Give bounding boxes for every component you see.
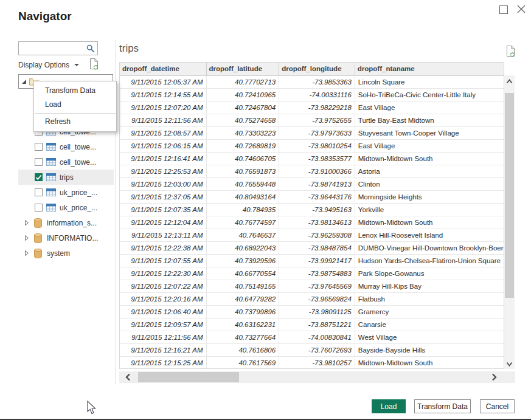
table-row: 9/11/2015 12:11:56 AM40.73277664-74.0083… bbox=[120, 331, 504, 344]
column-header[interactable]: dropoff_datetime bbox=[120, 63, 207, 75]
expanded-caret-icon[interactable] bbox=[22, 80, 26, 84]
cell-dropoff_ntaname: East Village bbox=[355, 140, 504, 152]
cell-dropoff_ntaname: SoHo-TriBeCa-Civic Center-Little Italy bbox=[355, 89, 504, 101]
tree-item-cell-towers-2[interactable]: cell_towe... bbox=[18, 139, 114, 154]
tree-item-information-schema[interactable]: information_s... bbox=[18, 215, 114, 230]
cell-dropoff_longitude: -73.99921417 bbox=[279, 255, 355, 267]
collapsed-caret-icon[interactable] bbox=[24, 250, 29, 256]
table-row: 9/11/2015 12:06:40 AM40.73799896-73.9809… bbox=[120, 306, 504, 318]
cell-dropoff_latitude: 40.7616806 bbox=[207, 344, 280, 356]
menu-separator bbox=[35, 113, 116, 114]
cell-dropoff_datetime: 9/11/2015 12:22:30 AM bbox=[120, 267, 207, 280]
display-options-dropdown[interactable]: Display Options bbox=[18, 60, 100, 71]
cell-dropoff_datetime: 9/11/2015 12:16:41 AM bbox=[120, 153, 207, 165]
cell-dropoff_latitude: 40.75149155 bbox=[207, 280, 280, 292]
scroll-down-icon[interactable] bbox=[506, 362, 513, 367]
collapsed-caret-icon[interactable] bbox=[24, 235, 29, 241]
column-header[interactable]: dropoff_ntaname bbox=[355, 63, 504, 75]
cell-dropoff_datetime: 9/11/2015 12:22:38 AM bbox=[120, 242, 207, 254]
cell-dropoff_longitude: -73.97973633 bbox=[279, 127, 355, 139]
table-row: 9/11/2015 12:09:57 AM40.63162231-73.8875… bbox=[120, 318, 504, 331]
collapsed-caret-icon[interactable] bbox=[24, 219, 29, 226]
cell-dropoff_longitude: -73.9853363 bbox=[279, 76, 355, 88]
tree-item-information-schema-upper[interactable]: INFORMATIO... bbox=[18, 230, 114, 246]
column-header[interactable]: dropoff_longitude bbox=[279, 63, 355, 75]
table-icon bbox=[46, 173, 56, 181]
cell-dropoff_latitude: 40.64779282 bbox=[207, 293, 280, 305]
cell-dropoff_longitude: -73.76072693 bbox=[279, 344, 355, 356]
cell-dropoff_ntaname: Murray Hill-Kips Bay bbox=[355, 280, 504, 292]
cell-dropoff_longitude: -73.96259308 bbox=[279, 229, 355, 241]
table-row: 9/11/2015 12:37:05 AM40.80493164-73.9644… bbox=[120, 191, 504, 204]
vertical-scrollbar[interactable] bbox=[504, 75, 515, 369]
cell-dropoff_latitude: 40.80493164 bbox=[207, 191, 280, 203]
navigation-tree: cell_towe... cell_towe... bbox=[18, 124, 114, 261]
cell-dropoff_datetime: 9/11/2015 12:20:16 AM bbox=[120, 293, 207, 305]
horizontal-scrollbar-thumb[interactable] bbox=[138, 372, 239, 382]
mouse-cursor bbox=[87, 401, 97, 415]
cell-dropoff_datetime: 9/11/2015 12:15:25 AM bbox=[120, 357, 207, 369]
cell-dropoff_datetime: 9/11/2015 12:05:37 AM bbox=[120, 76, 207, 88]
cell-dropoff_longitude: -73.97645569 bbox=[279, 280, 355, 292]
horizontal-scrollbar[interactable] bbox=[119, 371, 515, 383]
cell-dropoff_latitude: 40.73277664 bbox=[207, 331, 280, 343]
vertical-scrollbar-thumb[interactable] bbox=[505, 93, 514, 298]
scroll-up-icon[interactable] bbox=[506, 79, 513, 84]
tree-item-label: INFORMATIO... bbox=[47, 234, 98, 243]
cell-dropoff_longitude: -73.98754883 bbox=[279, 267, 355, 280]
menu-item-load[interactable]: Load bbox=[34, 98, 116, 112]
cell-dropoff_ntaname: Lenox Hill-Roosevelt Island bbox=[355, 229, 504, 241]
cell-dropoff_ntaname: DUMBO-Vinegar Hill-Downtown Brooklyn-Boe… bbox=[355, 242, 504, 254]
table-icon bbox=[46, 143, 56, 151]
table-row: 9/11/2015 12:07:20 AM40.72467804-73.9822… bbox=[120, 102, 504, 114]
cell-dropoff_datetime: 9/11/2015 12:11:56 AM bbox=[120, 331, 207, 343]
scroll-left-icon[interactable] bbox=[125, 373, 131, 381]
table-checkbox[interactable] bbox=[35, 204, 43, 212]
cell-dropoff_ntaname: Clinton bbox=[355, 178, 504, 190]
column-header[interactable]: dropoff_latitude bbox=[207, 63, 280, 75]
refresh-preview-icon[interactable] bbox=[89, 58, 99, 72]
cell-dropoff_longitude: -73.98134613 bbox=[279, 216, 355, 229]
maximize-button[interactable] bbox=[499, 5, 508, 14]
menu-item-transform-data[interactable]: Transform Data bbox=[34, 84, 116, 98]
table-checkbox[interactable] bbox=[35, 143, 43, 151]
cell-dropoff_latitude: 40.75274658 bbox=[207, 114, 280, 126]
tree-item-system[interactable]: system bbox=[18, 246, 114, 261]
cell-dropoff_datetime: 9/11/2015 12:37:05 AM bbox=[120, 191, 207, 203]
tree-item-trips[interactable]: trips bbox=[18, 170, 114, 185]
menu-item-refresh[interactable]: Refresh bbox=[34, 115, 116, 129]
tree-item-uk-price-2[interactable]: uk_price_... bbox=[18, 200, 114, 215]
tree-item-label: information_s... bbox=[47, 219, 97, 227]
cell-dropoff_longitude: -73.96569824 bbox=[279, 293, 355, 305]
search-box[interactable] bbox=[18, 41, 98, 55]
cell-dropoff_ntaname: Canarsie bbox=[355, 318, 504, 331]
cell-dropoff_longitude: -73.98741913 bbox=[279, 178, 355, 190]
display-options-label: Display Options bbox=[18, 61, 69, 69]
table-checkbox-checked[interactable] bbox=[35, 173, 43, 181]
cell-dropoff_datetime: 9/11/2015 12:13:11 AM bbox=[120, 229, 207, 241]
close-icon[interactable] bbox=[516, 4, 527, 15]
cell-dropoff_ntaname: East Village bbox=[355, 102, 504, 114]
cell-dropoff_datetime: 9/11/2015 12:06:15 AM bbox=[120, 140, 207, 152]
cell-dropoff_latitude: 40.63162231 bbox=[207, 318, 280, 331]
data-preview-grid: dropoff_datetime dropoff_latitude dropof… bbox=[119, 62, 515, 369]
cell-dropoff_ntaname: Lincoln Square bbox=[355, 76, 504, 88]
cell-dropoff_latitude: 40.73799896 bbox=[207, 306, 280, 318]
search-input[interactable] bbox=[19, 43, 86, 54]
load-button[interactable]: Load bbox=[372, 399, 406, 413]
cancel-button[interactable]: Cancel bbox=[480, 399, 515, 413]
table-checkbox[interactable] bbox=[35, 188, 43, 196]
tree-item-cell-towers-3[interactable]: cell_towe... bbox=[18, 154, 114, 170]
refresh-preview-icon[interactable] bbox=[505, 45, 516, 60]
transform-data-button[interactable]: Transform Data bbox=[414, 399, 471, 413]
tree-item-uk-price-1[interactable]: uk_price_... bbox=[18, 185, 114, 200]
database-icon bbox=[34, 218, 42, 228]
tree-item-label: uk_price_... bbox=[60, 188, 97, 197]
cell-dropoff_datetime: 9/11/2015 12:07:55 AM bbox=[120, 255, 207, 267]
table-checkbox[interactable] bbox=[35, 158, 43, 166]
scroll-right-icon[interactable] bbox=[491, 373, 497, 381]
cell-dropoff_latitude: 40.73929596 bbox=[207, 255, 280, 267]
cell-dropoff_longitude: -73.98487854 bbox=[279, 242, 355, 254]
cell-dropoff_ntaname: Midtown-Midtown South bbox=[355, 153, 504, 165]
cell-dropoff_ntaname: Midtown-Midtown South bbox=[355, 216, 504, 229]
